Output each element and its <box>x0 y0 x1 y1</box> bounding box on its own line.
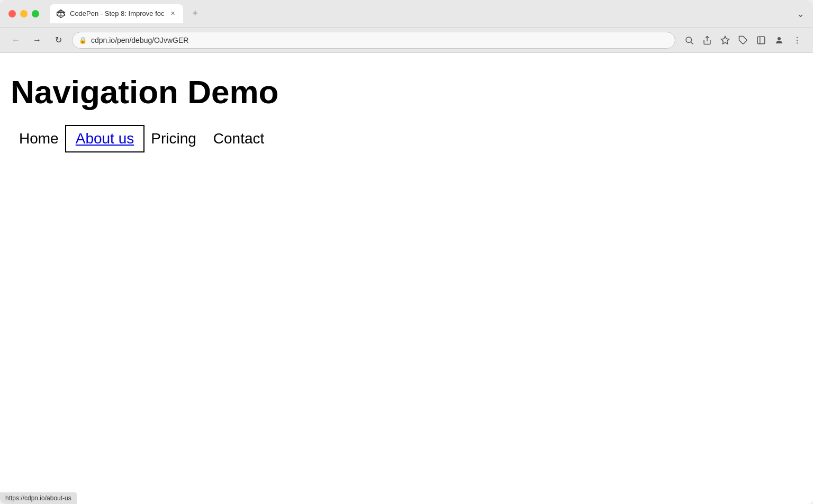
nav-link-about[interactable]: About us <box>67 127 143 150</box>
nav-link-home[interactable]: Home <box>11 127 67 150</box>
svg-point-13 <box>778 37 781 40</box>
nav-link-pricing[interactable]: Pricing <box>142 127 205 150</box>
nav-link-contact[interactable]: Contact <box>205 127 273 150</box>
svg-point-16 <box>797 42 798 43</box>
traffic-lights <box>8 10 39 17</box>
share-button[interactable] <box>700 33 715 48</box>
address-bar: ← → ↻ 🔒 cdpn.io/pen/debug/OJvwGER <box>0 28 813 53</box>
status-bar: https://cdpn.io/about-us <box>0 492 77 504</box>
nav-item-about: About us <box>67 127 143 150</box>
share-icon <box>702 35 712 45</box>
bookmark-button[interactable] <box>718 33 733 48</box>
svg-line-7 <box>691 42 693 44</box>
codepen-icon <box>56 9 66 19</box>
profile-button[interactable] <box>772 33 787 48</box>
minimize-button[interactable] <box>20 10 28 17</box>
svg-point-14 <box>797 37 798 38</box>
close-button[interactable] <box>8 10 16 17</box>
active-tab[interactable]: CodePen - Step 8: Improve foc ✕ <box>50 4 183 23</box>
maximize-button[interactable] <box>32 10 39 17</box>
nav-item-home: Home <box>11 127 67 150</box>
tab-bar: CodePen - Step 8: Improve foc ✕ + ⌄ <box>50 4 805 23</box>
new-tab-button[interactable]: + <box>187 6 202 21</box>
tab-dropdown-button[interactable]: ⌄ <box>797 8 805 20</box>
search-button[interactable] <box>682 33 697 48</box>
menu-button[interactable] <box>790 33 805 48</box>
url-bar[interactable]: 🔒 cdpn.io/pen/debug/OJvwGER <box>72 32 675 49</box>
url-text: cdpn.io/pen/debug/OJvwGER <box>91 36 669 44</box>
refresh-button[interactable]: ↻ <box>51 33 66 48</box>
search-icon <box>684 35 694 45</box>
lock-icon: 🔒 <box>79 37 87 44</box>
nav-menu: Home About us Pricing Contact <box>11 127 802 150</box>
back-button[interactable]: ← <box>8 33 23 48</box>
page-content: Navigation Demo Home About us Pricing Co… <box>0 53 813 504</box>
svg-marker-9 <box>721 36 729 43</box>
svg-point-6 <box>686 37 692 43</box>
nav-item-pricing: Pricing <box>142 127 205 150</box>
forward-button[interactable]: → <box>30 33 44 48</box>
nav-list: Home About us Pricing Contact <box>11 127 802 150</box>
sidebar-icon <box>756 35 766 45</box>
svg-point-15 <box>797 39 798 40</box>
sidebar-button[interactable] <box>754 33 769 48</box>
bookmark-icon <box>720 35 730 45</box>
page-title: Navigation Demo <box>11 74 802 110</box>
extensions-button[interactable] <box>736 33 751 48</box>
menu-icon <box>792 35 802 45</box>
tab-close-button[interactable]: ✕ <box>168 10 177 18</box>
tab-title: CodePen - Step 8: Improve foc <box>70 10 164 17</box>
browser-window: CodePen - Step 8: Improve foc ✕ + ⌄ ← → … <box>0 0 813 504</box>
title-bar: CodePen - Step 8: Improve foc ✕ + ⌄ <box>0 0 813 28</box>
svg-rect-11 <box>757 37 765 44</box>
nav-item-contact: Contact <box>205 127 273 150</box>
extensions-icon <box>738 35 748 45</box>
status-url: https://cdpn.io/about-us <box>5 494 71 502</box>
toolbar-icons <box>682 33 805 48</box>
profile-icon <box>774 35 784 45</box>
